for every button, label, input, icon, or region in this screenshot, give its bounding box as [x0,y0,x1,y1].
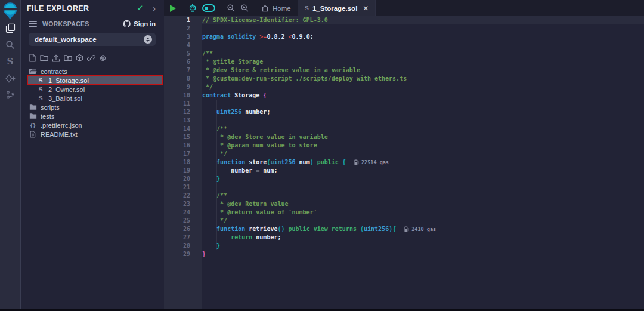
code-line-11[interactable] [202,100,644,108]
code-line-6[interactable]: * @title Storage [202,58,644,66]
code-line-27[interactable]: return number; [202,233,644,242]
chevron-right-icon[interactable]: › [153,4,156,13]
code-row-17: 17 */ [164,150,644,158]
code-line-4[interactable] [202,41,644,50]
solidity-icon: S [36,87,45,93]
tree-item-1-storage-sol[interactable]: S1_Storage.sol [21,76,163,85]
code-row-13: 13 [164,116,644,125]
solidity-icon: S [36,96,45,101]
close-tab-icon[interactable]: ✕ [363,4,369,13]
code-line-23[interactable]: * @dev Return value [202,200,644,208]
code-line-24[interactable]: * @return value of 'number' [202,208,644,217]
tab-home[interactable]: Home [255,0,298,16]
tree-item-label: .prettierrc.json [41,122,82,129]
code-line-19[interactable]: number = num; [202,167,644,175]
code-filler[interactable] [202,258,644,311]
tree-item-tests[interactable]: tests [21,112,163,121]
tree-item-label: README.txt [41,131,78,138]
create-new-file-icon[interactable] [29,54,36,62]
tree-item-2-owner-sol[interactable]: S2_Owner.sol [21,85,163,94]
code-line-13[interactable] [202,116,644,125]
code-line-18[interactable]: function store(uint256 num) public {2251… [202,158,644,167]
code-line-25[interactable]: */ [202,217,644,225]
line-number: 6 [164,58,202,66]
tree-item-prettierrc-json[interactable]: { }.prettierrc.json [21,121,163,130]
tree-item-scripts[interactable]: scripts [21,103,163,112]
solidity-compiler-icon[interactable]: S [0,53,20,70]
code-row-26: 26 function retrieve() public view retur… [164,225,644,233]
code-line-12[interactable]: uint256 number; [202,108,644,116]
remix-ai-copilot-icon[interactable] [188,4,197,13]
indent-guide [216,200,217,208]
code-line-9[interactable]: */ [202,83,644,91]
code-line-7[interactable]: * @dev Store & retrieve value in a varia… [202,66,644,75]
folder-open-icon [29,68,37,75]
code-line-28[interactable]: } [202,242,644,250]
sign-in-button[interactable]: Sign in [123,20,156,28]
code-line-22[interactable]: /** [202,192,644,200]
tree-item-readme-txt[interactable]: README.txt [21,130,163,138]
publish-to-gist-icon[interactable] [99,54,107,62]
github-icon [123,20,131,28]
code-line-20[interactable]: } [202,175,644,183]
upload-folder-icon[interactable] [64,54,72,61]
code-line-1[interactable]: // SPDX-License-Identifier: GPL-3.0 [202,16,644,24]
code-row-15: 15 * @dev Store value in variable [164,133,644,141]
indent-guide [216,100,217,108]
search-icon[interactable] [0,36,20,53]
code-line-29[interactable]: } [202,250,644,258]
line-number: 23 [164,200,202,208]
line-number: 9 [164,83,202,91]
code-line-2[interactable] [202,24,644,33]
code-line-15[interactable]: * @dev Store value in variable [202,133,644,141]
code-line-3[interactable]: pragma solidity >=0.8.2 <0.9.0; [202,33,644,41]
code-line-8[interactable]: * @custom:dev-run-script ./scripts/deplo… [202,75,644,83]
code-row-6: 6 * @title Storage [164,58,644,66]
panel-title: FILE EXPLORER [27,4,137,13]
line-number: 19 [164,167,202,175]
code-row-1: 1// SPDX-License-Identifier: GPL-3.0 [164,16,644,24]
gas-estimate-badge: 22514 gas [354,158,389,167]
active-tab-label: 1_Storage.sol [312,5,357,12]
tab-home-label: Home [273,5,291,12]
tree-item-label: 3_Ballot.sol [48,95,82,102]
code-row-5: 5/** [164,50,644,58]
code-row-28: 28 } [164,242,644,250]
code-line-17[interactable]: */ [202,150,644,158]
code-line-14[interactable]: /** [202,125,644,133]
deploy-and-run-icon[interactable] [0,70,20,87]
import-from-ipfs-icon[interactable] [76,54,83,62]
tab-1-storage-sol[interactable]: S 1_Storage.sol ✕ [298,0,376,16]
code-row-19: 19 number = num; [164,167,644,175]
workspaces-menu-icon[interactable] [29,21,37,27]
remix-logo-icon[interactable] [2,2,18,20]
code-line-26[interactable]: function retrieve() public view returns … [202,225,644,233]
vertical-icon-panel: S [0,0,21,311]
import-from-https-icon[interactable] [87,54,95,62]
indent-guide [216,150,217,158]
code-row-3: 3pragma solidity >=0.8.2 <0.9.0; [164,33,644,41]
check-icon[interactable]: ✓ [137,4,143,13]
create-new-folder-icon[interactable] [40,54,48,61]
upload-files-icon[interactable] [52,54,60,62]
tree-item-contracts[interactable]: contracts [21,67,163,76]
indent-guide [216,167,217,175]
git-icon[interactable] [0,87,20,103]
file-explorer-icon[interactable] [0,20,20,36]
workspace-select[interactable]: default_workspace [29,33,156,46]
line-number: 15 [164,133,202,141]
solidity-icon: S [36,78,45,84]
zoom-out-icon[interactable] [227,4,236,13]
tree-item-3-ballot-sol[interactable]: S3_Ballot.sol [21,94,163,103]
ai-copilot-toggle[interactable] [202,4,215,12]
file-explorer-header: FILE EXPLORER ✓ › [21,0,163,16]
run-script-button[interactable] [169,4,177,13]
zoom-in-icon[interactable] [240,4,249,13]
zoom-group [221,0,255,16]
code-line-5[interactable]: /** [202,50,644,58]
code-line-16[interactable]: * @param num value to store [202,141,644,150]
code-line-21[interactable] [202,183,644,192]
code-line-10[interactable]: contract Storage { [202,91,644,100]
line-number: 22 [164,192,202,200]
line-number: 29 [164,250,202,258]
